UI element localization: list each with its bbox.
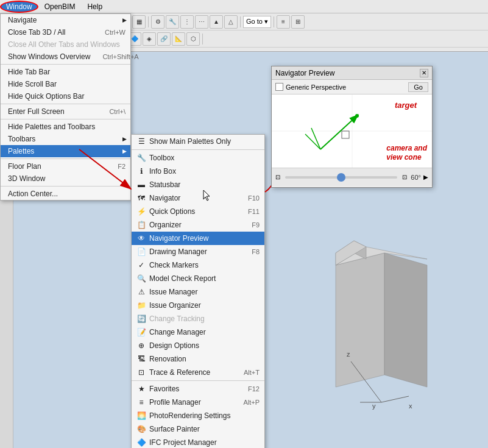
ifcmanager-icon: 🔷: [136, 438, 146, 447]
pal-statusbar[interactable]: ▬ Statusbar: [132, 178, 264, 191]
tb-btn-r2-13[interactable]: ⬡: [186, 32, 200, 46]
pal-profile-manager[interactable]: ≡ Profile Manager Alt+P: [132, 396, 264, 409]
sep-win-4: [1, 158, 130, 159]
checkmarkers-icon: ✓: [136, 260, 146, 270]
3d-shape-svg: x y z: [287, 216, 470, 411]
window-menu: Navigate Close Tab 3D / All Ctrl+W Close…: [0, 13, 131, 201]
issuemanager-icon: ⚠: [136, 287, 146, 297]
pal-photorendering[interactable]: 🌅 PhotoRendering Settings: [132, 409, 264, 422]
menu-hide-quickoptions[interactable]: Hide Quick Options Bar: [1, 90, 130, 102]
menu-3d-window[interactable]: 3D Window: [1, 172, 130, 185]
palette-icon: ☰: [136, 137, 146, 146]
pal-infobox[interactable]: ℹ Info Box: [132, 165, 264, 178]
nav-preview-titlebar: Navigator Preview ✕: [272, 66, 432, 80]
pal-quickoptions[interactable]: ⚡ Quick Options F11: [132, 205, 264, 218]
menu-windows-overview[interactable]: Show Windows Overview Ctrl+Shift+A: [1, 51, 130, 63]
pal-model-check[interactable]: 🔍 Model Check Report: [132, 272, 264, 285]
nav-right-indicator: ⊡: [402, 174, 407, 180]
sep-win-3: [1, 119, 130, 119]
pal-drawing-manager[interactable]: 📄 Drawing Manager F8: [132, 245, 264, 258]
menu-toolbars[interactable]: Toolbars: [1, 133, 130, 145]
pal-surface-painter[interactable]: 🎨 Surface Painter: [132, 422, 264, 436]
tb-btn-14[interactable]: △: [224, 15, 238, 29]
menu-window[interactable]: Window: [0, 1, 38, 13]
tb-btn-15[interactable]: ≡: [277, 15, 290, 29]
pal-design-options[interactable]: ⊕ Design Options: [132, 339, 264, 352]
modelcheck-icon: 🔍: [136, 274, 146, 283]
issueorganizer-icon: 📁: [136, 300, 146, 310]
tb-btn-r2-12[interactable]: 📐: [172, 32, 185, 46]
menu-hide-tabbar[interactable]: Hide Tab Bar: [1, 66, 130, 78]
menu-hide-palettes[interactable]: Hide Palettes and Toolbars: [1, 121, 130, 133]
nav-expand-icon[interactable]: ▶: [423, 174, 428, 180]
statusbar-icon: ▬: [136, 180, 146, 190]
sep-6: [274, 16, 274, 27]
annotation-camera: camera andview cone: [386, 144, 427, 163]
sep-win-5: [1, 186, 130, 187]
sep-pal-1: [132, 380, 264, 381]
sep-win-1: [1, 64, 130, 65]
tb-btn-11[interactable]: ⋮: [180, 15, 194, 29]
organizer-icon: 📋: [136, 220, 146, 230]
sep-r2-3: [202, 34, 203, 44]
menu-help[interactable]: Help: [81, 1, 108, 12]
tb-btn-8[interactable]: ▦: [132, 15, 146, 29]
svg-marker-0: [336, 253, 384, 387]
pal-navigator-preview[interactable]: 👁 Navigator Preview: [132, 232, 264, 245]
nav-toolbar: Generic Perspective Go: [272, 80, 432, 94]
menu-openbim[interactable]: OpenBIM: [38, 1, 82, 12]
menu-navigate[interactable]: Navigate: [1, 14, 130, 26]
nav-slider-thumb[interactable]: [337, 173, 345, 182]
svg-text:x: x: [409, 402, 412, 410]
sep-pal-0: [132, 149, 264, 150]
pal-renovation[interactable]: 🏗 Renovation: [132, 352, 264, 366]
pal-check-markers[interactable]: ✓ Check Markers: [132, 258, 264, 272]
pal-issue-organizer[interactable]: 📁 Issue Organizer: [132, 299, 264, 312]
svg-marker-1: [384, 253, 427, 387]
profilemanager-icon: ≡: [136, 397, 146, 407]
tb-btn-r2-11[interactable]: 🔗: [157, 32, 171, 46]
nav-close-button[interactable]: ✕: [420, 69, 428, 77]
menu-fullscreen[interactable]: Enter Full Screen Ctrl+\: [1, 105, 130, 118]
nav-perspective-label: Generic Perspective: [286, 84, 406, 91]
renovation-icon: 🏗: [136, 354, 146, 364]
nav-checkbox[interactable]: [275, 83, 283, 91]
menu-palettes[interactable]: Palettes: [1, 145, 130, 157]
changetracking-icon: 🔄: [136, 314, 146, 324]
pal-issue-manager[interactable]: ⚠ Issue Manager: [132, 285, 264, 299]
pal-ifc-manager[interactable]: 🔷 IFC Project Manager: [132, 436, 264, 448]
pal-organizer[interactable]: 📋 Organizer F9: [132, 218, 264, 232]
trace-icon: ⊡: [136, 368, 146, 377]
tb-btn-r2-10[interactable]: ◈: [143, 32, 156, 46]
navigator-preview-window: Navigator Preview ✕ Generic Perspective …: [271, 66, 433, 188]
toolbox-icon: 🔧: [136, 153, 146, 163]
tb-btn-9[interactable]: ⚙: [151, 15, 164, 29]
menu-action-center[interactable]: Action Center...: [1, 188, 130, 200]
pal-toolbox[interactable]: 🔧 Toolbox: [132, 151, 264, 165]
nav-go-button[interactable]: Go: [408, 82, 428, 92]
pal-show-main[interactable]: ☰ Show Main Palettes Only: [132, 135, 264, 148]
goto-dropdown[interactable]: Go to ▾: [243, 16, 271, 28]
quickoptions-icon: ⚡: [136, 207, 146, 216]
pal-trace-reference[interactable]: ⊡ Trace & Reference Alt+T: [132, 366, 264, 379]
pal-change-manager[interactable]: 📝 Change Manager: [132, 325, 264, 339]
tb-btn-13[interactable]: ▲: [210, 15, 223, 29]
sep-4: [148, 16, 149, 27]
tb-btn-12[interactable]: ⋯: [195, 15, 208, 29]
svg-line-9: [381, 396, 409, 402]
photorendering-icon: 🌅: [136, 411, 146, 421]
menu-close-tab[interactable]: Close Tab 3D / All Ctrl+W: [1, 26, 130, 38]
navigator-icon: 🗺: [136, 193, 146, 203]
designoptions-icon: ⊕: [136, 341, 146, 350]
favorites-icon: ★: [136, 384, 146, 394]
annotation-target: target: [395, 101, 417, 110]
menu-floor-plan[interactable]: Floor Plan F2: [1, 160, 130, 172]
pal-favorites[interactable]: ★ Favorites F12: [132, 382, 264, 396]
infobox-icon: ℹ: [136, 166, 146, 176]
svg-text:y: y: [372, 402, 376, 410]
menubar: Window OpenBIM Help: [0, 0, 488, 13]
pal-navigator[interactable]: 🗺 Navigator F10: [132, 191, 264, 205]
menu-hide-scrollbar[interactable]: Hide Scroll Bar: [1, 78, 130, 90]
tb-btn-16[interactable]: ⊞: [291, 15, 305, 29]
tb-btn-10[interactable]: 🔧: [166, 15, 179, 29]
